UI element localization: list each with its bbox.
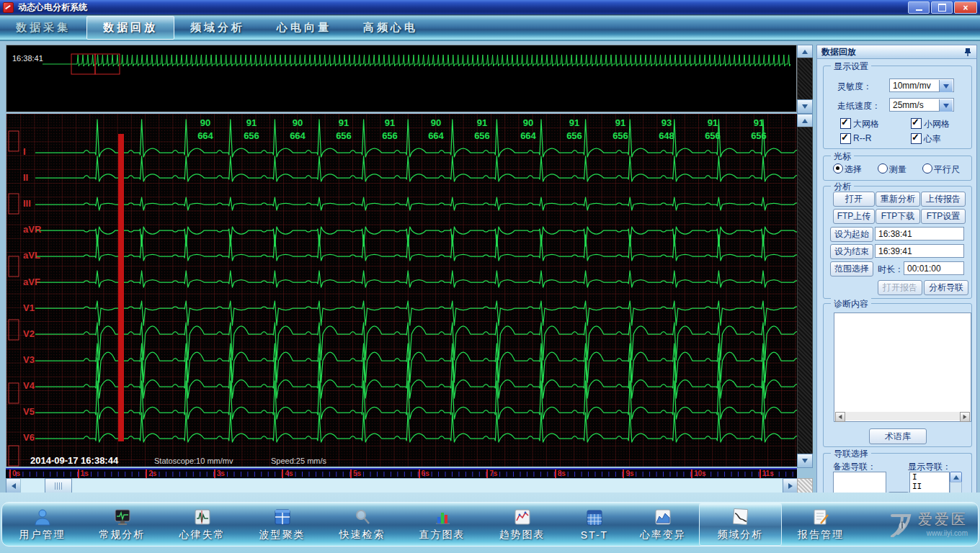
overview-scrollbar-track[interactable] xyxy=(797,58,813,101)
watermark: 爱爱医 www.iiyi.com xyxy=(886,510,968,537)
sensitivity-value: 10mm/mv xyxy=(893,81,931,91)
lead-label: I xyxy=(23,146,26,157)
range-select-button[interactable]: 范围选择 xyxy=(830,261,873,276)
lead-item[interactable]: II xyxy=(910,482,949,491)
pin-icon[interactable] xyxy=(963,48,972,56)
ecg-hscrollbar-thumb[interactable] xyxy=(45,478,72,494)
sensitivity-select[interactable]: 10mm/mv xyxy=(889,78,954,92)
ruler-second-label: 10s xyxy=(691,469,706,478)
minimize-button[interactable] xyxy=(908,1,930,14)
overview-scroll-down-button[interactable] xyxy=(797,99,813,114)
heart-rate-bpm: 90 xyxy=(422,117,450,130)
heart-rate-label: 91 656 xyxy=(468,117,496,143)
toolbar-item-trend-chart[interactable]: 趋势图表 xyxy=(482,503,562,546)
overview-timestamp: 16:38:41 xyxy=(12,54,43,63)
toolbar-item-user-management[interactable]: 用户管理 xyxy=(2,503,82,546)
ftp-upload-button[interactable]: FTP上传 xyxy=(833,209,875,224)
ftp-download-button[interactable]: FTP下载 xyxy=(876,209,920,224)
lead-item[interactable]: I xyxy=(910,472,949,482)
lead-label: V5 xyxy=(23,406,35,417)
minimize-icon xyxy=(916,9,922,11)
term-library-button[interactable]: 术语库 xyxy=(869,428,927,444)
cursor-group-title: 光标 xyxy=(831,150,854,163)
diag-scroll-right-button[interactable] xyxy=(960,412,970,422)
heart-rate-bpm: 90 xyxy=(283,117,312,130)
heart-rate-label: 90 664 xyxy=(283,117,312,143)
down-arrow-icon xyxy=(802,459,808,463)
lead-label: V3 xyxy=(23,354,35,365)
diag-scroll-left-button[interactable] xyxy=(835,412,845,422)
big-grid-checkbox[interactable] xyxy=(840,118,851,129)
ecg-scroll-left-button[interactable] xyxy=(6,478,22,494)
open-button[interactable]: 打开 xyxy=(833,192,875,207)
open-report-button[interactable]: 打开报告 xyxy=(878,280,922,295)
left-arrow-icon xyxy=(839,415,842,419)
maximize-button[interactable] xyxy=(931,1,953,14)
heart-rate-rr-ms: 656 xyxy=(744,130,773,143)
lead-label: V4 xyxy=(23,380,35,391)
end-time-field[interactable]: 16:39:41 xyxy=(875,244,964,258)
right-arrow-icon xyxy=(963,415,967,419)
analyze-leads-button[interactable]: 分析导联 xyxy=(924,280,968,295)
toolbar-item-st-t[interactable]: ST-T xyxy=(562,503,627,546)
search-icon xyxy=(353,508,372,526)
titlebar: 动态心电分析系统 × xyxy=(0,0,980,14)
tab-frequency-analysis[interactable]: 频域分析 xyxy=(174,16,261,40)
dropdown-arrow-icon[interactable] xyxy=(939,80,953,92)
ecg-scrollbar-track[interactable] xyxy=(797,127,813,455)
diagnosis-hscrollbar[interactable] xyxy=(835,412,970,421)
diagnosis-group: 诊断内容 xyxy=(823,303,972,447)
rr-checkbox[interactable] xyxy=(840,133,851,144)
toolbar-item-hrv[interactable]: 心率变异 xyxy=(627,503,699,546)
cursor-measure-radio[interactable] xyxy=(878,163,888,174)
heart-rate-rr-ms: 656 xyxy=(468,130,496,143)
toolbar-item-arrhythmia[interactable]: 心律失常 xyxy=(162,503,242,546)
heart-rate-rr-ms: 656 xyxy=(375,130,404,143)
small-grid-checkbox[interactable] xyxy=(911,118,922,129)
tab-vectorcardiogram[interactable]: 心电向量 xyxy=(261,16,347,40)
histogram-icon xyxy=(433,508,452,526)
monitor-icon xyxy=(113,508,132,526)
ecg-speed: Speed:25 mm/s xyxy=(271,457,326,465)
lead-label: II xyxy=(23,172,28,183)
playback-cursor[interactable] xyxy=(118,134,124,441)
cursor-select-radio[interactable] xyxy=(833,163,843,174)
lead-label: aVF xyxy=(23,276,40,287)
lead-label: V6 xyxy=(23,432,35,443)
heart-rate-label: 90 664 xyxy=(514,117,543,143)
tab-data-acquisition[interactable]: 数据采集 xyxy=(0,16,86,40)
toolbar-item-frequency-analysis[interactable]: 频域分析 xyxy=(699,503,782,546)
duration-field[interactable]: 00:01:00 xyxy=(904,261,964,275)
set-start-button[interactable]: 设为起始 xyxy=(830,227,873,242)
ecg-main-view[interactable] xyxy=(6,114,797,467)
overview-scroll-up-button[interactable] xyxy=(797,45,813,59)
ecg-scroll-right-button[interactable] xyxy=(783,478,798,494)
ruler-second-label: 0s xyxy=(9,469,20,478)
tab-data-replay[interactable]: 数据回放 xyxy=(86,16,174,40)
diagnosis-textarea[interactable] xyxy=(834,313,971,422)
ecg-overview-strip[interactable]: 16:38:41 xyxy=(6,45,797,112)
ftp-settings-button[interactable]: FTP设置 xyxy=(921,209,966,224)
ecg-scroll-down-button[interactable] xyxy=(797,454,813,468)
dropdown-arrow-icon[interactable] xyxy=(939,99,953,112)
paper-speed-select[interactable]: 25mm/s xyxy=(889,98,954,112)
toolbar-item-routine-analysis[interactable]: 常规分析 xyxy=(82,503,162,546)
time-ruler: 0s1s2s3s4s5s6s7s8s9s10s11s xyxy=(6,468,797,478)
start-time-field[interactable]: 16:38:41 xyxy=(875,227,964,240)
toolbar-item-report-management[interactable]: 报告管理 xyxy=(782,503,860,546)
tab-high-frequency-ecg[interactable]: 高频心电 xyxy=(347,16,434,40)
cursor-parallel-radio[interactable] xyxy=(922,163,932,174)
ecg-scroll-up-button[interactable] xyxy=(797,114,813,128)
ruler-second-label: 3s xyxy=(214,469,225,478)
reanalyze-button[interactable]: 重新分析 xyxy=(876,192,920,207)
upload-report-button[interactable]: 上传报告 xyxy=(921,192,966,207)
toolbar-item-quick-search[interactable]: 快速检索 xyxy=(322,503,402,546)
heart-rate-checkbox[interactable] xyxy=(911,133,922,144)
watermark-logo-icon xyxy=(886,510,914,537)
heart-rate-bpm: 90 xyxy=(514,117,543,130)
ecg-hscrollbar-track[interactable] xyxy=(20,478,784,494)
close-button[interactable]: × xyxy=(954,1,977,14)
set-end-button[interactable]: 设为结束 xyxy=(830,244,873,259)
toolbar-item-histogram[interactable]: 直方图表 xyxy=(402,503,482,546)
toolbar-item-wave-clustering[interactable]: 波型聚类 xyxy=(242,503,322,546)
